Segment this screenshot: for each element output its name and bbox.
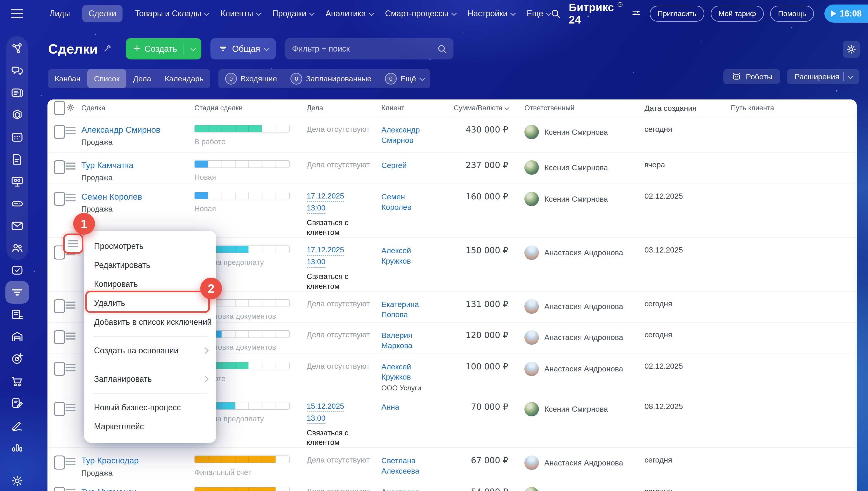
view-tab-2[interactable]: Список [87, 69, 126, 88]
column-header-created[interactable]: Дата создания [640, 104, 726, 113]
funnel-selector[interactable]: Общая [210, 38, 276, 59]
column-header-client[interactable]: Клиент [375, 104, 436, 112]
view-tab-4[interactable]: Календарь [158, 69, 210, 88]
client-link[interactable]: Алексей Кружков [381, 246, 432, 266]
row-checkbox[interactable] [48, 354, 65, 376]
filter-search-input[interactable] [292, 44, 437, 54]
top-menu-item-1[interactable]: Лиды [50, 9, 70, 18]
row-checkbox[interactable] [48, 292, 65, 313]
context-menu-item-удалить[interactable]: Удалить [84, 294, 216, 313]
context-menu-item-запланировать[interactable]: Запланировать [84, 370, 216, 388]
main-menu-icon[interactable] [11, 9, 23, 18]
top-menu-item-4[interactable]: Клиенты [220, 9, 260, 18]
client-link[interactable]: Анна [381, 402, 399, 412]
topbar-button-2[interactable]: Мой тариф [711, 6, 764, 22]
table-settings-gear-icon[interactable] [65, 103, 81, 114]
row-menu-button[interactable] [65, 394, 81, 411]
pin-icon[interactable] [103, 44, 112, 54]
deal-name-link[interactable]: Тур Краснодар [81, 456, 139, 465]
sidebar-item-e-signature-icon[interactable] [10, 418, 24, 432]
row-menu-button[interactable] [65, 354, 81, 371]
top-menu-item-9[interactable]: Еще [527, 9, 550, 18]
column-header-activities[interactable]: Дела [301, 104, 375, 112]
sidebar-item-people-icon[interactable] [10, 241, 24, 255]
row-menu-button[interactable] [65, 323, 81, 340]
sidebar-item-share-icon[interactable] [10, 41, 24, 56]
create-dropdown-chevron[interactable] [184, 47, 201, 51]
client-link[interactable]: Светлана Алексеева [381, 456, 432, 476]
sidebar-item-marketing-target-icon[interactable] [10, 351, 24, 366]
context-menu-item-просмотреть[interactable]: Просмотреть [84, 237, 216, 256]
sidebar-item-drive-icon[interactable] [10, 197, 24, 211]
sidebar-item-hexagon-icon[interactable] [10, 108, 24, 122]
create-deal-button[interactable]: + Создать [126, 38, 201, 59]
topbar-button-1[interactable]: Пригласить [650, 6, 704, 22]
sidebar-item-shop-cart-icon[interactable] [10, 374, 24, 388]
row-checkbox[interactable] [48, 238, 65, 260]
column-header-deal[interactable]: Сделка [81, 104, 192, 112]
context-menu-item-добавить-в-список-исключений[interactable]: Добавить в список исключений [84, 313, 216, 331]
activity-date-link[interactable]: 17.12.2025 [307, 246, 344, 256]
search-icon[interactable] [550, 8, 561, 20]
sidebar-item-document-sign-icon[interactable] [10, 396, 24, 410]
topbar-button-3[interactable]: Помощь [770, 6, 814, 22]
sliders-icon[interactable] [631, 8, 641, 19]
client-link[interactable]: Екатерина Попова [381, 299, 432, 320]
sidebar-item-document-icon[interactable] [10, 152, 24, 167]
robots-button[interactable]: Роботы [723, 69, 780, 84]
counter-tab-3[interactable]: 0Ещё [378, 69, 430, 88]
row-menu-button[interactable] [65, 184, 81, 201]
sidebar-item-chat-icon[interactable] [10, 63, 24, 78]
sidebar-item-smart-process-icon[interactable] [10, 307, 24, 322]
column-header-stage[interactable]: Стадия сделки [192, 104, 301, 112]
client-link[interactable]: Анастасия Костылева [381, 487, 432, 491]
activity-time-link[interactable]: 13:00 [307, 414, 326, 424]
row-checkbox[interactable] [48, 479, 65, 491]
stage-cell[interactable]: В работе [192, 117, 301, 146]
column-header-sum[interactable]: Сумма/Валюта [436, 104, 518, 112]
top-menu-item-6[interactable]: Аналитика [326, 9, 373, 18]
client-link[interactable]: Семен Королев [381, 192, 432, 212]
deal-name-link[interactable]: Тур Камчатка [81, 161, 133, 170]
context-menu-item-создать-на-основании[interactable]: Создать на основании [84, 341, 216, 360]
row-checkbox[interactable] [48, 184, 65, 206]
row-menu-button[interactable] [65, 117, 81, 134]
sidebar-item-warehouse-icon[interactable] [10, 329, 24, 344]
sidebar-item-settings-gear-icon[interactable] [10, 473, 24, 488]
extensions-chevron[interactable] [848, 74, 853, 79]
row-menu-button-highlighted[interactable] [63, 233, 83, 254]
stage-cell[interactable]: Новая [192, 184, 301, 213]
top-menu-item-5[interactable]: Продажи [272, 9, 313, 18]
row-checkbox[interactable] [48, 117, 65, 139]
sidebar-item-mail-icon[interactable] [10, 219, 24, 233]
sidebar-item-analytics-chart-icon[interactable] [10, 440, 24, 454]
top-menu-item-7[interactable]: Смарт-процессы [385, 9, 455, 18]
top-menu-item-3[interactable]: Товары и Склады [135, 9, 208, 18]
deal-name-link[interactable]: Семен Королев [81, 192, 142, 201]
filter-search-box[interactable] [285, 38, 453, 59]
row-checkbox[interactable] [48, 323, 65, 344]
client-link[interactable]: Сергей [381, 160, 407, 171]
column-header-client-path[interactable]: Путь клиента [726, 104, 857, 112]
activity-time-link[interactable]: 13:00 [307, 258, 326, 268]
context-menu-item-маркетплейс[interactable]: Маркетплейс [84, 417, 216, 436]
view-tab-3[interactable]: Дела [126, 69, 158, 88]
row-checkbox[interactable] [48, 448, 65, 469]
activity-date-link[interactable]: 15.12.2025 [307, 402, 344, 412]
activity-time-link[interactable]: 13:00 [307, 204, 326, 214]
column-header-responsible[interactable]: Ответственный [518, 104, 640, 112]
extensions-button[interactable]: Расширения [787, 69, 860, 84]
context-menu-item-новый-бизнес-процесс[interactable]: Новый бизнес-процесс [84, 398, 216, 417]
row-menu-button[interactable] [65, 448, 81, 465]
client-link[interactable]: Алексей Кружков [381, 362, 432, 382]
row-checkbox[interactable] [48, 152, 65, 174]
context-menu-item-редактировать[interactable]: Редактировать [84, 256, 216, 275]
worktime-button[interactable]: 16:08 [825, 4, 868, 23]
stage-cell[interactable]: Финальный счёт [192, 479, 301, 491]
client-link[interactable]: Валерия Маркова [381, 330, 432, 351]
activity-date-link[interactable]: 17.12.2025 [307, 192, 344, 202]
sidebar-item-video-board-icon[interactable] [10, 174, 24, 189]
sidebar-item-calendar-icon[interactable] [10, 130, 24, 144]
row-checkbox[interactable] [48, 394, 65, 416]
row-menu-button[interactable] [65, 292, 81, 309]
